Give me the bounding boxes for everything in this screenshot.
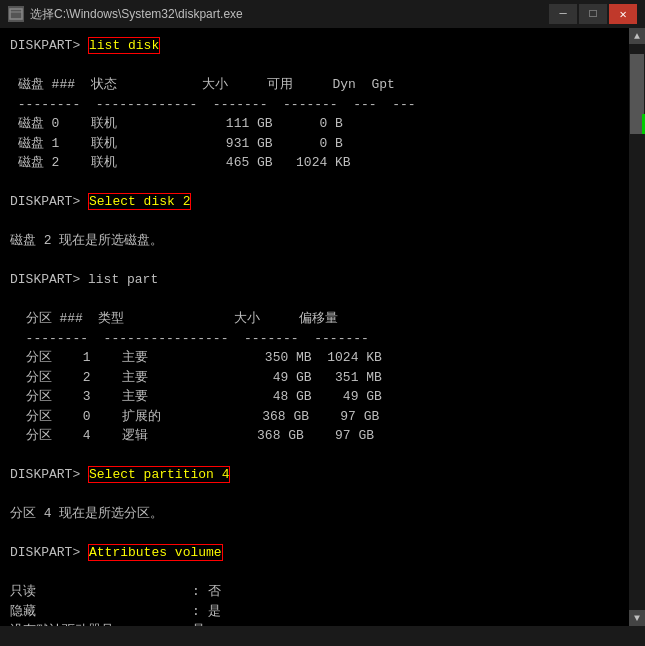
scrollbar-track[interactable] [629, 44, 645, 610]
terminal-line: 磁盘 0 联机 111 GB 0 B [10, 114, 619, 134]
terminal-line: 隐藏 : 是 [10, 602, 619, 622]
minimize-button[interactable]: — [549, 4, 577, 24]
bottom-bar [0, 626, 645, 646]
scrollbar[interactable]: ▲ ▼ [629, 28, 645, 626]
close-button[interactable]: ✕ [609, 4, 637, 24]
terminal-line: 磁盘 2 联机 465 GB 1024 KB [10, 153, 619, 173]
terminal-line [10, 212, 619, 232]
terminal-line: DISKPART> list disk [10, 36, 619, 56]
terminal-line: 分区 3 主要 48 GB 49 GB [10, 387, 619, 407]
titlebar: 选择C:\Windows\System32\diskpart.exe — □ ✕ [0, 0, 645, 28]
scroll-up-button[interactable]: ▲ [629, 28, 645, 44]
titlebar-buttons: — □ ✕ [549, 4, 637, 24]
app-icon [8, 6, 24, 22]
content-area: DISKPART> list disk 磁盘 ### 状态 大小 可用 Dyn … [0, 28, 645, 626]
terminal-line: DISKPART> Select partition 4 [10, 465, 619, 485]
terminal-line: 分区 1 主要 350 MB 1024 KB [10, 348, 619, 368]
terminal-line: DISKPART> Attributes volume [10, 543, 619, 563]
terminal-line [10, 563, 619, 583]
terminal-window: 选择C:\Windows\System32\diskpart.exe — □ ✕… [0, 0, 645, 646]
terminal-line [10, 251, 619, 271]
terminal-line [10, 446, 619, 466]
terminal-line: 只读 : 否 [10, 582, 619, 602]
terminal-line: 磁盘 1 联机 931 GB 0 B [10, 134, 619, 154]
scroll-down-button[interactable]: ▼ [629, 610, 645, 626]
terminal-line: 磁盘 2 现在是所选磁盘。 [10, 231, 619, 251]
terminal-line: DISKPART> Select disk 2 [10, 192, 619, 212]
window-title: 选择C:\Windows\System32\diskpart.exe [30, 6, 243, 23]
terminal-line [10, 173, 619, 193]
terminal-line: 磁盘 ### 状态 大小 可用 Dyn Gpt [10, 75, 619, 95]
terminal-line: 分区 4 现在是所选分区。 [10, 504, 619, 524]
terminal-line: 分区 4 逻辑 368 GB 97 GB [10, 426, 619, 446]
terminal-line [10, 485, 619, 505]
terminal-line [10, 290, 619, 310]
terminal-line: -------- ------------- ------- ------- -… [10, 95, 619, 115]
terminal-line: -------- ---------------- ------- ------… [10, 329, 619, 349]
terminal-output[interactable]: DISKPART> list disk 磁盘 ### 状态 大小 可用 Dyn … [0, 28, 629, 626]
titlebar-left: 选择C:\Windows\System32\diskpart.exe [8, 6, 243, 23]
terminal-line [10, 524, 619, 544]
terminal-line: 分区 0 扩展的 368 GB 97 GB [10, 407, 619, 427]
terminal-line: DISKPART> list part [10, 270, 619, 290]
terminal-line: 分区 2 主要 49 GB 351 MB [10, 368, 619, 388]
terminal-line [10, 56, 619, 76]
maximize-button[interactable]: □ [579, 4, 607, 24]
svg-rect-0 [10, 9, 22, 19]
terminal-line: 分区 ### 类型 大小 偏移量 [10, 309, 619, 329]
